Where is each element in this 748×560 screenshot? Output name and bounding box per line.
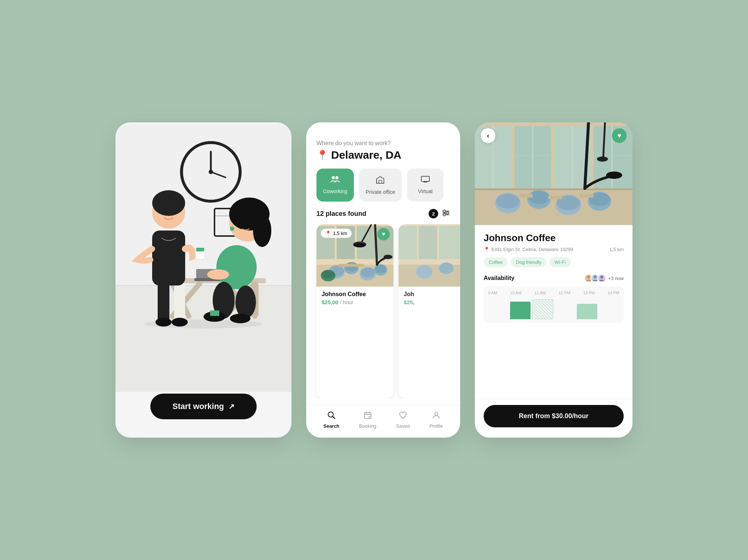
tag-coffee: Coffee [484, 257, 508, 267]
place-card-info-2: Joh $25, [399, 287, 460, 310]
svg-point-70 [384, 255, 392, 259]
rent-button[interactable]: Rent from $30.00/hour [484, 405, 624, 427]
detail-content: Johnson Coffee 📍 6391 Elgin St. Celina, … [475, 225, 632, 399]
filter-icon[interactable] [442, 210, 450, 218]
svg-rect-64 [361, 267, 375, 277]
svg-point-89 [435, 412, 438, 415]
svg-point-50 [443, 214, 445, 216]
svg-point-21 [253, 214, 271, 247]
search-nav-icon [327, 411, 336, 422]
svg-point-118 [594, 276, 597, 279]
address-pin-icon: 📍 [484, 247, 489, 252]
svg-rect-29 [158, 282, 169, 322]
place-price-2: $25, [404, 299, 414, 305]
saved-nav-icon [399, 411, 407, 422]
results-count: 12 places found [316, 210, 366, 218]
svg-rect-30 [174, 282, 185, 322]
bar-2 [532, 299, 553, 319]
svg-rect-1 [115, 285, 292, 392]
places-list: 📍 1,5 km ♥ Johnson Coffee $25,00 / hour [306, 224, 460, 399]
nav-profile[interactable]: Profile [429, 411, 443, 429]
svg-rect-41 [379, 180, 382, 183]
svg-point-38 [145, 320, 262, 328]
svg-line-83 [333, 417, 335, 419]
back-button[interactable]: ‹ [481, 128, 495, 143]
availability-section: Availability +3 now [484, 274, 624, 323]
place-name: Johnson Coffee [322, 291, 388, 298]
svg-rect-101 [475, 188, 632, 190]
chart-label-2: 11 AM [534, 291, 546, 295]
address-display: 📍 6391 Elgin St. Celina, Delaware 10299 [484, 247, 573, 252]
place-card-image-2 [399, 224, 460, 287]
coworking-icon [330, 175, 340, 185]
svg-point-48 [443, 210, 445, 212]
svg-rect-76 [399, 226, 417, 259]
virtual-label: Virtual [418, 188, 432, 194]
svg-point-49 [446, 212, 448, 214]
svg-point-40 [336, 176, 338, 179]
address-row: 📍 6391 Elgin St. Celina, Delaware 10299 … [484, 247, 624, 252]
favorite-button[interactable]: ♥ [377, 228, 390, 240]
nav-booking-label: Booking [359, 423, 376, 429]
svg-rect-103 [496, 194, 520, 209]
users-count: +3 now [608, 276, 624, 281]
location-text: Delaware, DA [331, 149, 402, 161]
svg-point-117 [587, 276, 590, 279]
svg-point-116 [597, 156, 608, 162]
svg-point-23 [207, 269, 229, 280]
favorite-detail-button[interactable]: ♥ [612, 128, 627, 143]
chart-label-4: 13 PM [583, 291, 595, 295]
bottom-nav: Search Booking Saved [306, 405, 460, 438]
svg-rect-112 [580, 194, 594, 198]
svg-point-81 [439, 262, 454, 274]
location-display: 📍 Delaware, DA [316, 149, 450, 161]
svg-point-80 [416, 265, 432, 279]
users-now: +3 now [584, 274, 624, 283]
pin-icon: 📍 [325, 231, 331, 236]
results-meta: 2 [429, 209, 450, 218]
profile-nav-icon [432, 411, 441, 422]
detail-distance: 1,5 km [609, 247, 624, 252]
availability-chart: 9 AM 10 AM 11 AM 12 PM 13 PM 14 PM [484, 286, 624, 323]
place-per: / hour [340, 299, 353, 305]
start-working-label: Start working [172, 402, 224, 411]
phone-onboarding: Start working ↗ [115, 122, 292, 438]
start-working-button[interactable]: Start working ↗ [150, 394, 257, 419]
place-name-2: Joh [404, 291, 460, 298]
results-header: 12 places found 2 [306, 209, 460, 224]
tag-wifi: Wi-Fi [549, 257, 571, 267]
place-card-info: Johnson Coffee $25,00 / hour [316, 287, 393, 310]
category-private-office[interactable]: Private office [359, 169, 402, 202]
coworking-label: Coworking [323, 188, 347, 194]
chart-label-0: 9 AM [488, 291, 497, 295]
chart-label-5: 14 PM [608, 291, 619, 295]
tag-dog-friendly: Dog friendly [511, 257, 546, 267]
svg-point-114 [606, 172, 622, 179]
arrow-icon: ↗ [228, 402, 235, 411]
chart-label-1: 10 AM [510, 291, 521, 295]
place-card-johnson-coffee[interactable]: 📍 1,5 km ♥ Johnson Coffee $25,00 / hour [316, 224, 393, 399]
availability-header: Availability +3 now [484, 274, 624, 283]
chart-labels: 9 AM 10 AM 11 AM 12 PM 13 PM 14 PM [488, 291, 619, 295]
nav-booking[interactable]: Booking [359, 411, 376, 429]
category-coworking[interactable]: Coworking [316, 169, 354, 202]
svg-rect-37 [196, 248, 204, 251]
place-card-partial[interactable]: Joh $25, [399, 224, 460, 399]
phone-search: Where do you want to work? 📍 Delaware, D… [306, 122, 460, 438]
place-card-image: 📍 1,5 km ♥ [316, 224, 393, 287]
nav-saved[interactable]: Saved [396, 411, 410, 429]
search-subtitle: Where do you want to work? [316, 140, 450, 147]
virtual-icon [420, 175, 430, 185]
svg-rect-73 [322, 270, 335, 279]
nav-profile-label: Profile [429, 423, 443, 429]
category-virtual[interactable]: Virtual [407, 169, 444, 202]
svg-rect-77 [419, 226, 437, 259]
detail-footer: Rent from $30.00/hour [475, 399, 632, 438]
avatar-3 [597, 274, 606, 283]
phone-detail: ‹ ♥ Johnson Coffee 📍 6391 Elgin St. Celi… [475, 122, 632, 438]
place-price: $25,00 [322, 299, 338, 305]
svg-rect-110 [519, 194, 533, 198]
nav-saved-label: Saved [396, 423, 410, 429]
svg-rect-84 [364, 413, 371, 419]
nav-search[interactable]: Search [323, 411, 339, 429]
